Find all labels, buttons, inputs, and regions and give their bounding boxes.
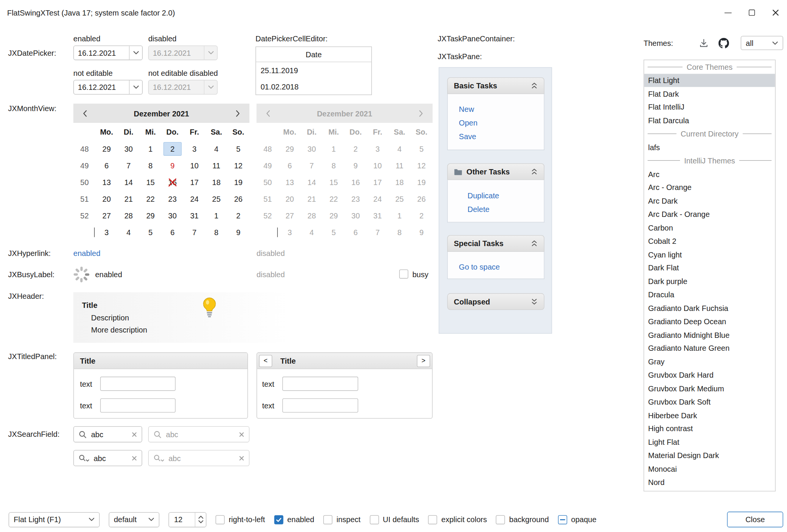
day-cell[interactable]: 17 <box>183 174 205 191</box>
github-button[interactable] <box>718 37 730 49</box>
hyperlink-enabled[interactable]: enabled <box>73 249 100 257</box>
day-cell[interactable]: 11 <box>205 157 227 174</box>
theme-item[interactable]: High contrast <box>644 422 775 435</box>
day-cell[interactable]: 25 <box>205 191 227 207</box>
theme-item[interactable]: Gradianto Midnight Blue <box>644 328 775 341</box>
checkbox-enabled[interactable]: enabled <box>274 515 314 524</box>
theme-item[interactable]: Arc <box>644 167 775 180</box>
taskpane-link[interactable]: Duplicate <box>467 188 544 202</box>
theme-item[interactable]: Dark Flat <box>644 261 775 275</box>
theme-filter-combo[interactable]: all <box>741 36 783 50</box>
day-cell[interactable]: 12 <box>227 157 249 174</box>
datepicker-enabled[interactable]: 16.12.2021 <box>73 46 143 60</box>
theme-item[interactable]: Arc Dark <box>644 194 775 207</box>
day-cell[interactable]: 4 <box>205 141 227 157</box>
day-cell[interactable]: 29 <box>96 141 118 157</box>
day-cell[interactable]: 7 <box>183 224 205 241</box>
table-row[interactable]: 01.02.2018 <box>256 78 371 95</box>
day-cell[interactable]: 13 <box>96 174 118 191</box>
day-cell[interactable]: 2 <box>162 141 184 157</box>
theme-item[interactable]: Cyan light <box>644 248 775 261</box>
checkbox-box[interactable] <box>428 515 437 524</box>
day-cell[interactable]: 14 <box>118 174 140 191</box>
clear-icon[interactable] <box>132 432 137 437</box>
theme-item[interactable]: Flat Light <box>644 74 775 87</box>
taskpane-link[interactable]: Delete <box>467 202 544 216</box>
day-cell[interactable]: 16 <box>162 174 184 191</box>
text-input[interactable] <box>100 399 176 413</box>
table-row[interactable]: 25.11.2019 <box>256 62 371 78</box>
day-cell[interactable]: 20 <box>96 191 118 207</box>
day-cell[interactable]: 2 <box>227 207 249 224</box>
day-cell[interactable]: 10 <box>183 157 205 174</box>
day-cell[interactable]: 15 <box>140 174 162 191</box>
close-window-button[interactable] <box>763 0 787 25</box>
taskpane-link[interactable]: Go to space <box>459 260 544 273</box>
checkbox-ui-defaults[interactable]: UI defaults <box>370 515 419 524</box>
checkbox-box[interactable] <box>496 515 505 524</box>
prev-month-button[interactable] <box>79 107 92 120</box>
text-input[interactable] <box>282 399 358 413</box>
day-cell[interactable]: 8 <box>140 157 162 174</box>
text-input[interactable] <box>282 377 358 391</box>
theme-item[interactable]: Cobalt 2 <box>644 234 775 248</box>
checkbox-opaque[interactable]: opaque <box>558 515 596 524</box>
theme-item[interactable]: Arc Dark - Orange <box>644 207 775 221</box>
day-cell[interactable]: 3 <box>183 141 205 157</box>
laf-combo[interactable]: Flat Light (F1) <box>9 512 100 527</box>
theme-list[interactable]: Core ThemesFlat LightFlat DarkFlat Intel… <box>644 60 776 491</box>
checkbox-box[interactable] <box>399 270 408 279</box>
day-cell[interactable]: 5 <box>227 141 249 157</box>
monthview-enabled[interactable]: Dezember 2021 Mo.Di.Mi.Do.Fr.Sa.So.48293… <box>73 104 249 240</box>
busy-checkbox[interactable]: busy <box>399 270 428 279</box>
checkbox-inspect[interactable]: inspect <box>323 515 360 524</box>
theme-item[interactable]: Gray <box>644 355 775 368</box>
titledpanel-prev-button[interactable]: < <box>259 355 272 367</box>
taskpane-link[interactable]: Open <box>459 116 544 129</box>
searchfield-value[interactable]: abc <box>91 430 127 439</box>
datepicker-dropdown-button[interactable] <box>129 46 142 60</box>
searchfield-with-menu-enabled[interactable]: abc <box>73 450 142 466</box>
next-month-button[interactable] <box>231 107 244 120</box>
theme-item[interactable]: Light Flat <box>644 435 775 449</box>
collapse-chevrons-icon[interactable] <box>531 82 538 89</box>
checkbox-background[interactable]: background <box>496 515 549 524</box>
theme-item[interactable]: Gradianto Deep Ocean <box>644 315 775 328</box>
theme-item[interactable]: Flat IntelliJ <box>644 100 775 114</box>
theme-item[interactable]: Gruvbox Dark Soft <box>644 395 775 408</box>
day-cell[interactable]: 1 <box>140 141 162 157</box>
day-cell[interactable]: 4 <box>118 224 140 241</box>
day-cell[interactable]: 30 <box>162 207 184 224</box>
theme-item[interactable]: lafs <box>644 141 775 154</box>
day-cell[interactable]: 3 <box>96 224 118 241</box>
font-combo[interactable]: default <box>109 512 159 527</box>
checkbox-right-to-left[interactable]: right-to-left <box>216 515 265 524</box>
checkbox-box[interactable] <box>370 515 379 524</box>
spinner-buttons[interactable] <box>195 512 206 526</box>
day-cell[interactable]: 19 <box>227 174 249 191</box>
download-themes-button[interactable] <box>698 37 710 49</box>
day-cell[interactable]: 28 <box>118 207 140 224</box>
day-cell[interactable]: 9 <box>227 224 249 241</box>
theme-item[interactable]: Monocai <box>644 462 775 476</box>
theme-item[interactable]: Nord <box>644 476 775 489</box>
text-input[interactable] <box>100 377 176 391</box>
theme-item[interactable]: Gradianto Nature Green <box>644 342 775 355</box>
close-button[interactable]: Close <box>727 512 783 527</box>
theme-item[interactable]: Hiberbee Dark <box>644 408 775 422</box>
taskpane-title-bar[interactable]: Other Tasks <box>447 163 545 180</box>
checkbox-box[interactable] <box>558 515 567 524</box>
day-cell[interactable]: 31 <box>183 207 205 224</box>
collapse-chevrons-icon[interactable] <box>531 240 538 247</box>
taskpane-link[interactable]: Save <box>459 129 544 143</box>
datepicker-noteditable[interactable]: 16.12.2021 <box>73 80 143 95</box>
taskpane-title-bar[interactable]: Basic Tasks <box>447 77 545 94</box>
datepicker-dropdown-button[interactable] <box>129 80 142 94</box>
day-cell[interactable]: 30 <box>118 141 140 157</box>
searchfield-enabled[interactable]: abc <box>73 426 142 443</box>
font-size-spinner[interactable]: 12 <box>168 512 206 527</box>
taskpane-link[interactable]: New <box>459 102 544 116</box>
day-cell[interactable]: 27 <box>96 207 118 224</box>
collapse-chevrons-icon[interactable] <box>531 168 538 176</box>
day-cell[interactable]: 1 <box>205 207 227 224</box>
